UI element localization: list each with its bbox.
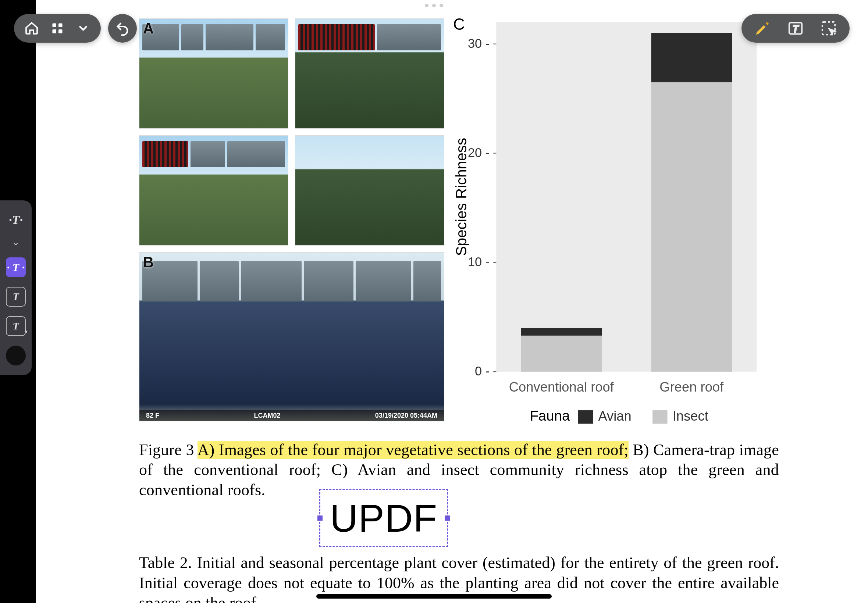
drag-handle[interactable] bbox=[421, 4, 447, 8]
text-tool-rail: ·T· ⌄ · T · T T ⌝ bbox=[0, 200, 32, 375]
caption-lead: Figure 3 bbox=[139, 441, 198, 459]
panel-c-label: C bbox=[453, 16, 465, 32]
resize-handle-left[interactable] bbox=[317, 515, 323, 521]
svg-rect-2 bbox=[53, 29, 57, 34]
svg-rect-21 bbox=[651, 33, 732, 82]
figure-a-photo-3 bbox=[139, 135, 288, 246]
thumbnails-icon[interactable] bbox=[50, 21, 65, 36]
camera-info-strip: 82 F LCAM02 03/19/2020 05:44AM bbox=[139, 410, 444, 421]
svg-rect-26 bbox=[653, 410, 667, 424]
rail-text-tool-selected[interactable]: · T · bbox=[6, 257, 26, 277]
svg-rect-1 bbox=[59, 23, 62, 28]
svg-rect-18 bbox=[521, 328, 602, 336]
svg-text:T: T bbox=[792, 23, 799, 34]
table-caption-lead: Table 2. Initial and seasonal percentage… bbox=[139, 554, 779, 592]
text-box-value[interactable]: UPDF bbox=[330, 499, 438, 538]
svg-text:Fauna: Fauna bbox=[530, 408, 570, 424]
svg-rect-17 bbox=[521, 336, 602, 372]
document-content: A B bbox=[139, 19, 779, 603]
home-indicator bbox=[316, 594, 552, 598]
svg-rect-0 bbox=[53, 23, 57, 28]
svg-text:Avian: Avian bbox=[598, 408, 631, 424]
lasso-select-icon[interactable] bbox=[820, 20, 837, 37]
chart-svg: 0 -10 -20 -30 -Species RichnessConventio… bbox=[452, 19, 779, 428]
figure-c-chart: C 0 -10 -20 -30 -Species RichnessConvent… bbox=[452, 19, 779, 428]
svg-rect-20 bbox=[651, 82, 732, 372]
figure-a-photo-2 bbox=[295, 19, 444, 129]
highlighter-icon[interactable] bbox=[754, 20, 771, 37]
svg-rect-24 bbox=[578, 410, 593, 424]
svg-text:Species Richness: Species Richness bbox=[453, 138, 470, 256]
svg-text:Insect: Insect bbox=[673, 408, 709, 424]
rail-text-sub-tool[interactable]: T ⌝ bbox=[6, 316, 26, 336]
page-surface[interactable]: A B bbox=[36, 0, 868, 603]
undo-icon bbox=[115, 21, 130, 36]
text-insert-icon[interactable]: T bbox=[787, 20, 804, 37]
figure-a-photo-1: A bbox=[139, 19, 288, 129]
figure-b-photo: B 82 F LCAM02 03/19/2020 05:44AM bbox=[139, 252, 444, 421]
resize-handle-right[interactable] bbox=[445, 515, 450, 521]
main-toolbar bbox=[14, 14, 101, 43]
panel-a-label: A bbox=[143, 21, 154, 36]
table-caption-underlined: spaces on the roof. bbox=[139, 594, 260, 603]
chevron-down-icon[interactable] bbox=[76, 21, 90, 36]
rail-text-box-tool[interactable]: T bbox=[6, 287, 26, 307]
inserted-text-box[interactable]: UPDF bbox=[319, 489, 448, 547]
svg-text:Green  roof: Green roof bbox=[659, 379, 724, 394]
panel-b-label: B bbox=[143, 255, 154, 269]
svg-text:20 -: 20 - bbox=[468, 145, 489, 159]
cam-id: LCAM02 bbox=[254, 412, 280, 419]
undo-button[interactable] bbox=[108, 14, 137, 43]
caption-highlight: A) Images of the four major vegetative s… bbox=[198, 441, 628, 459]
annotation-toolbar: T bbox=[741, 14, 849, 43]
rail-color-swatch[interactable] bbox=[6, 346, 26, 365]
cam-temp: 82 F bbox=[146, 412, 159, 419]
cam-time: 03/19/2020 05:44AM bbox=[375, 412, 437, 419]
figure-caption: Figure 3 A) Images of the four major veg… bbox=[139, 440, 779, 500]
home-icon[interactable] bbox=[24, 21, 39, 36]
svg-text:0 -: 0 - bbox=[475, 364, 489, 378]
rail-expand-icon[interactable]: ⌄ bbox=[12, 237, 20, 248]
rail-text-style[interactable]: ·T· bbox=[6, 210, 26, 230]
svg-text:Conventional  roof: Conventional roof bbox=[509, 379, 614, 394]
svg-text:10 -: 10 - bbox=[468, 255, 489, 269]
svg-rect-3 bbox=[59, 29, 62, 34]
svg-text:30 -: 30 - bbox=[468, 36, 489, 50]
figure-a-photo-4 bbox=[295, 135, 444, 246]
